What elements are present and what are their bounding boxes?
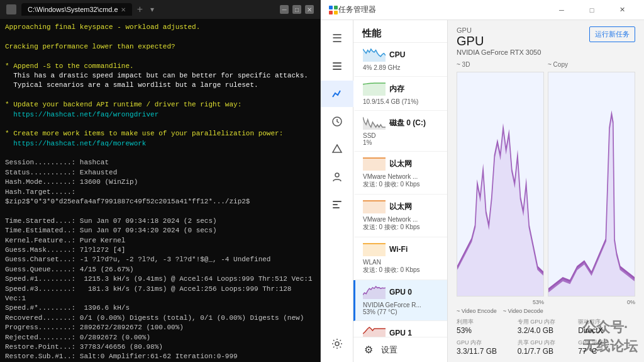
settings-icon: [331, 338, 343, 349]
perf-item-gpu1[interactable]: GPU 1 AMD Radeon(TM) ... 18% (80 °C): [353, 321, 447, 337]
gpu-copy-chart: [548, 72, 635, 297]
gpu-detail-panel: GPU GPU NVIDIA GeForce RTX 3050 运行新任务 ~ …: [448, 20, 644, 362]
svg-rect-6: [333, 69, 341, 70]
perf-item-sub-disk: SSD: [363, 132, 440, 139]
tab-close-btn[interactable]: ✕: [121, 6, 126, 13]
perf-item-sub2-eth2: 发送: 0 接收: 0 Kbps: [363, 223, 440, 232]
task-manager: 任务管理器 ─ □ ✕ ☰: [321, 0, 644, 362]
svg-rect-12: [333, 207, 340, 208]
perf-item-name-cpu: CPU: [389, 50, 405, 59]
svg-rect-1: [334, 6, 338, 9]
svg-point-13: [335, 342, 339, 346]
gpu-3d-col: ~ 3D 53%: [457, 61, 544, 305]
cmd-icon: [6, 4, 16, 14]
settings-nav-item[interactable]: ⚙ 设置: [353, 337, 447, 362]
video-decode-label: ~ Video Decode: [503, 308, 543, 314]
cmd-tab-label: C:\Windows\System32\cmd.e: [28, 6, 118, 13]
performance-icon: [331, 88, 343, 99]
svg-point-9: [335, 173, 339, 177]
perf-item-sub-eth2: VMware Network ...: [363, 216, 440, 223]
tm-body: ☰ 性能: [321, 20, 644, 362]
svg-rect-3: [334, 11, 338, 14]
tm-maximize-btn[interactable]: □: [577, 0, 606, 20]
svg-rect-15: [548, 72, 635, 296]
mini-chart-cpu: [363, 48, 386, 62]
perf-item-eth2[interactable]: 以太网 VMware Network ... 发送: 0 接收: 0 Kbps: [353, 195, 447, 237]
settings-nav-label: 设置: [381, 344, 397, 356]
watermark: 公众号· 无线论坛: [582, 318, 638, 356]
settings-nav-icon: ⚙: [362, 344, 375, 356]
tab-add-btn[interactable]: +: [135, 4, 145, 15]
stat-dedicated-mem-label: 专用 GPU 内存: [518, 318, 575, 326]
svg-rect-11: [333, 204, 338, 205]
perf-item-name-memory: 内存: [389, 84, 404, 94]
gpu-video-labels: ~ Video Encode ~ Video Decode: [457, 308, 635, 314]
perf-item-name-gpu1: GPU 1: [389, 329, 412, 337]
perf-item-name-eth2: 以太网: [389, 201, 412, 212]
mini-chart-memory: [363, 82, 386, 96]
cmd-tab-active[interactable]: C:\Windows\System32\cmd.e ✕: [21, 3, 132, 16]
stat-gpu-mem-label: GPU 内存: [457, 339, 514, 347]
tm-window-controls: ─ □ ✕: [547, 0, 636, 20]
gpu-copy-col: ~ Copy 0%: [548, 61, 635, 305]
stat-utilization-val: 53%: [457, 326, 514, 335]
mini-chart-gpu1: [363, 326, 386, 337]
perf-item-sub2-disk: 1%: [363, 139, 440, 146]
gpu-copy-label: ~ Copy: [548, 61, 635, 68]
stat-gpu-mem: GPU 内存 3.3/11.7 GB: [457, 339, 514, 356]
svg-rect-10: [333, 201, 341, 202]
close-btn[interactable]: ✕: [305, 5, 314, 14]
video-encode-label: ~ Video Encode: [457, 308, 497, 314]
gpu-3d-label: ~ 3D: [457, 61, 544, 68]
perf-item-disk[interactable]: 磁盘 0 (C:) SSD 1%: [353, 111, 447, 152]
perf-item-eth1[interactable]: 以太网 VMware Network ... 发送: 0 接收: 0 Kbps: [353, 152, 447, 195]
tm-minimize-btn[interactable]: ─: [547, 0, 576, 20]
cmd-window-controls: ─ □ ✕: [280, 5, 314, 14]
svg-rect-4: [333, 62, 341, 64]
gpu-subtitle: NVIDIA GeForce RTX 3050: [457, 48, 541, 56]
gpu-charts-area: ~ 3D 53% ~ Copy: [457, 61, 635, 305]
svg-marker-8: [333, 145, 341, 152]
sidebar-performance-btn[interactable]: [321, 81, 353, 107]
perf-item-sub-memory: 10.9/15.4 GB (71%): [363, 98, 440, 105]
perf-item-sub2-eth1: 发送: 0 接收: 0 Kbps: [363, 180, 440, 189]
gpu-3d-svg: [457, 72, 543, 296]
stat-utilization-label: 利用率: [457, 318, 514, 326]
sidebar-processes-btn[interactable]: [321, 53, 353, 79]
gpu-copy-pct: 0%: [548, 299, 635, 305]
cmd-titlebar: C:\Windows\System32\cmd.e ✕ + ▾ ─ □ ✕: [0, 0, 320, 19]
cmd-content: Approaching final keyspace - workload ad…: [0, 19, 320, 362]
watermark-line2: 无线论坛: [582, 338, 638, 354]
processes-icon: [331, 60, 343, 72]
tab-bar: C:\Windows\System32\cmd.e ✕ + ▾: [21, 3, 154, 16]
perf-items-list: CPU 4% 2.89 GHz 内存 10.9/15.4 GB (71%) 磁盘…: [353, 43, 447, 337]
perf-item-name-disk: 磁盘 0 (C:): [389, 118, 426, 128]
stat-dedicated-mem-val: 3.2/4.0 GB: [518, 326, 575, 335]
gpu-detail-header: GPU GPU NVIDIA GeForce RTX 3050 运行新任务: [457, 26, 635, 56]
stat-shared-mem-val: 0.1/7.7 GB: [518, 347, 575, 356]
sidebar-startup-btn[interactable]: [321, 136, 353, 162]
perf-item-cpu[interactable]: CPU 4% 2.89 GHz: [353, 43, 447, 77]
sidebar-users-btn[interactable]: [321, 164, 353, 190]
sidebar-details-btn[interactable]: [321, 191, 353, 218]
run-task-btn[interactable]: 运行新任务: [589, 26, 635, 42]
perf-item-sub2-gpu0: 53% (77 °C): [363, 308, 440, 315]
perf-item-sub-wifi: WLAN: [363, 259, 440, 266]
sidebar-toggle-btn[interactable]: ☰: [321, 25, 353, 52]
perf-item-gpu0[interactable]: GPU 0 NVIDIA GeForce R... 53% (77 °C): [353, 280, 447, 321]
svg-rect-0: [329, 6, 333, 9]
perf-item-sub-cpu: 4% 2.89 GHz: [363, 64, 440, 71]
maximize-btn[interactable]: □: [292, 5, 301, 14]
perf-item-wifi[interactable]: Wi-Fi WLAN 发送: 0 接收: 0 Kbps: [353, 237, 447, 280]
sidebar-app-history-btn[interactable]: [321, 108, 353, 135]
sidebar-settings-btn[interactable]: [321, 331, 353, 357]
minimize-btn[interactable]: ─: [280, 5, 289, 14]
perf-item-memory[interactable]: 内存 10.9/15.4 GB (71%): [353, 77, 447, 111]
svg-rect-5: [333, 65, 341, 67]
gpu-copy-svg: [548, 72, 635, 296]
tab-dropdown-btn[interactable]: ▾: [150, 5, 154, 14]
stat-dedicated-mem: 专用 GPU 内存 3.2/4.0 GB: [518, 318, 575, 335]
gpu-main-title: GPU: [457, 34, 541, 48]
perf-item-sub-gpu0: NVIDIA GeForce R...: [363, 302, 440, 308]
tm-close-btn[interactable]: ✕: [608, 0, 636, 20]
